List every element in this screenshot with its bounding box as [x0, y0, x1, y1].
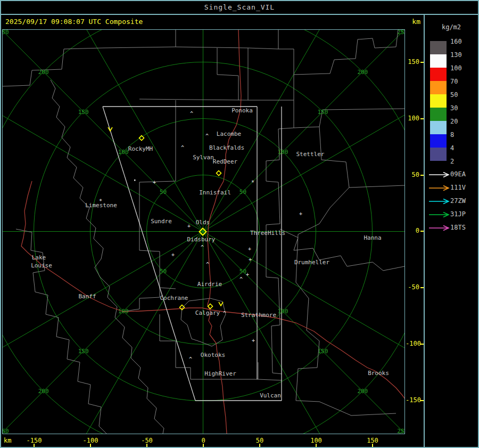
- town-marker: ^: [240, 276, 243, 282]
- bottom-axis-tick-label: -150: [18, 437, 50, 444]
- track-id-label: 111V: [450, 184, 476, 191]
- status-bar: 2025/09/17 09:08:07 UTC Composite km: [1, 15, 424, 29]
- colorbar-swatch: [430, 134, 447, 148]
- radar-app-window: Single_Scan_VIL 2025/09/17 09:08:07 UTC …: [0, 0, 479, 448]
- city-label: Drumheller: [294, 259, 330, 266]
- legend-panel: kg/m2 1601301007050302084209EA111V27ZW31…: [425, 15, 478, 447]
- title-bar: Single_Scan_VIL: [1, 1, 478, 14]
- town-marker: ^: [223, 311, 226, 316]
- town-marker: ^: [190, 111, 193, 117]
- ring-distance-label: 150: [317, 348, 328, 355]
- city-label: HighRiver: [204, 370, 236, 377]
- city-label: Hanna: [364, 234, 381, 241]
- colorbar-value-label: 130: [450, 51, 476, 59]
- city-label: Calgary: [195, 309, 220, 316]
- bottom-axis-tick-label: 0: [187, 437, 219, 444]
- colorbar-swatch: [430, 54, 447, 68]
- boundary-line: [248, 49, 294, 100]
- bottom-axis-tick-label: 150: [357, 437, 389, 444]
- ring-distance-label: 150: [78, 348, 89, 355]
- ring-distance-label: 100: [277, 149, 288, 156]
- azimuth-line: [3, 30, 203, 231]
- ring-distance-label: 200: [38, 388, 49, 395]
- city-label: Stettler: [296, 151, 325, 158]
- window-border-left: [0, 0, 1, 448]
- city-label: Lake: [32, 254, 46, 261]
- radar-map-canvas[interactable]: 5050505010010010010015015015015020020020…: [3, 30, 404, 434]
- town-marker: ^: [201, 245, 204, 250]
- town-marker: +: [252, 338, 255, 344]
- boundary-line: [51, 80, 164, 434]
- colorbar-swatch: [430, 68, 447, 81]
- city-label: Limestone: [85, 202, 117, 209]
- ring-distance-label: 100: [277, 308, 288, 315]
- town-marker: +: [248, 246, 251, 252]
- town-dot-marker: [134, 180, 136, 181]
- colorbar-value-label: 20: [450, 118, 476, 125]
- right-axis-tick-label: -50: [406, 283, 419, 291]
- boundary-line: [296, 188, 396, 416]
- right-axis-tick-label: 0: [406, 227, 419, 234]
- panel-divider: [424, 14, 425, 447]
- ring-distance-label: 50: [240, 189, 246, 196]
- town-marker: ^: [205, 133, 209, 139]
- bottom-distance-axis: km -150-100-50050100150: [2, 435, 424, 446]
- town-marker: +: [246, 272, 249, 278]
- window-title: Single_Scan_VIL: [204, 3, 275, 11]
- scan-timestamp: 2025/09/17 09:08:07 UTC Composite: [5, 15, 143, 29]
- boundary-line: [3, 48, 103, 86]
- right-axis-tick-label: -150: [406, 396, 419, 404]
- city-label: Vulcan: [260, 392, 281, 399]
- boundary-line: [16, 229, 106, 434]
- colorbar-value-label: 100: [450, 64, 476, 72]
- boundary-line: [294, 109, 404, 128]
- city-label: Lacombe: [217, 131, 241, 137]
- bottom-axis-tick-label: -50: [131, 437, 163, 444]
- track-id-label: 18TS: [450, 224, 476, 231]
- right-axis-tick-label: 150: [406, 58, 419, 66]
- town-marker: +: [153, 180, 156, 185]
- colorbar-value-label: 30: [450, 104, 476, 112]
- boundary-line: [103, 47, 176, 48]
- right-distance-axis: 150100500-50-100-150: [406, 30, 424, 434]
- city-label: Airdrie: [197, 281, 222, 288]
- track-arrow-icon: [428, 211, 451, 218]
- boundary-line: [266, 100, 294, 374]
- colorbar-unit-label: kg/m2: [425, 23, 478, 31]
- boundary-line: [160, 314, 258, 379]
- bottom-axis-tick-label: 100: [300, 437, 332, 444]
- town-marker: +: [171, 252, 175, 258]
- ring-distance-label: 250: [397, 30, 404, 36]
- colorbar-value-label: 160: [450, 38, 476, 45]
- city-label: RedDeer: [213, 158, 238, 165]
- ring-distance-label: 50: [160, 189, 167, 196]
- bottom-axis-tick-label: 50: [244, 437, 276, 444]
- colorbar-value-label: 2: [450, 158, 476, 165]
- azimuth-line: [203, 232, 368, 434]
- city-label: Okotoks: [201, 352, 225, 359]
- city-label: Louise: [31, 262, 52, 269]
- city-label: Strathmore: [241, 312, 276, 319]
- ring-distance-label: 100: [118, 149, 129, 156]
- track-arrow-icon: [428, 185, 451, 191]
- azimuth-line: [38, 232, 203, 434]
- colorbar-value-label: 50: [450, 91, 476, 99]
- city-label: Sylvan: [193, 154, 214, 161]
- city-label: Cochrane: [160, 295, 188, 302]
- boundary-line: [139, 30, 248, 100]
- ring-distance-label: 200: [357, 69, 368, 76]
- track-arrow-icon: [428, 225, 451, 231]
- radar-map[interactable]: 5050505010010010010015015015015020020020…: [2, 29, 405, 434]
- city-label: Olds: [196, 219, 210, 226]
- boundary-line: [248, 30, 278, 49]
- colorbar-value-label: 70: [450, 78, 476, 85]
- town-marker: ^: [206, 262, 209, 267]
- ring-distance-label: 250: [3, 30, 9, 36]
- ring-distance-label: 200: [38, 69, 49, 76]
- city-label: Didsbury: [187, 236, 216, 243]
- colorbar-swatch: [430, 81, 447, 94]
- station-diamond-marker: [217, 171, 221, 176]
- city-label: Ponoka: [232, 107, 253, 114]
- track-id-label: 09EA: [450, 170, 476, 178]
- boundary-line: [217, 48, 238, 100]
